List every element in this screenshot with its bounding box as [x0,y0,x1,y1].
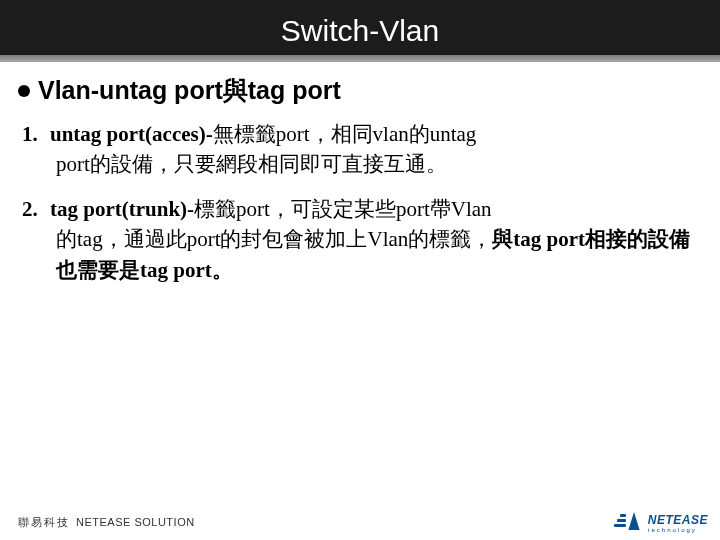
logo-mark-icon [614,512,644,534]
netease-logo: NETEASE technology [614,512,708,534]
item-body-line2: 的tag，通過此port的封包會被加上Vlan的標籤，與tag port相接的設… [22,224,702,285]
item-body-line2: port的設備，只要網段相同即可直接互通。 [22,149,702,179]
logo-line2: technology [648,527,708,533]
item-number: 2. [22,194,50,224]
section-title: Vlan-untag port與tag port [38,74,341,107]
section-heading-row: Vlan-untag port與tag port [18,74,702,107]
footer-sub: NETEASE SOLUTION [76,516,195,528]
logo-text: NETEASE technology [648,514,708,533]
item-body: 標籤port，可設定某些port帶Vlan [194,197,491,221]
item-lead: tag port(trunk)- [50,197,194,221]
item-body: 無標籤port，相同vlan的untag [213,122,477,146]
title-band: Switch-Vlan [0,0,720,62]
page-title: Switch-Vlan [281,14,439,48]
item-body-text: 的tag，通過此port的封包會被加上Vlan的標籤， [56,227,492,251]
footer-brand: 聯易科技 [18,516,70,528]
footer-left: 聯易科技NETEASE SOLUTION [18,515,195,530]
item-lead: untag port(acces)- [50,122,213,146]
bullet-icon [18,85,30,97]
list-item: 1.untag port(acces)-無標籤port，相同vlan的untag… [22,119,702,180]
logo-line1: NETEASE [648,514,708,526]
content-area: Vlan-untag port與tag port 1.untag port(ac… [0,62,720,285]
list-item: 2.tag port(trunk)-標籤port，可設定某些port帶Vlan … [22,194,702,285]
item-number: 1. [22,119,50,149]
